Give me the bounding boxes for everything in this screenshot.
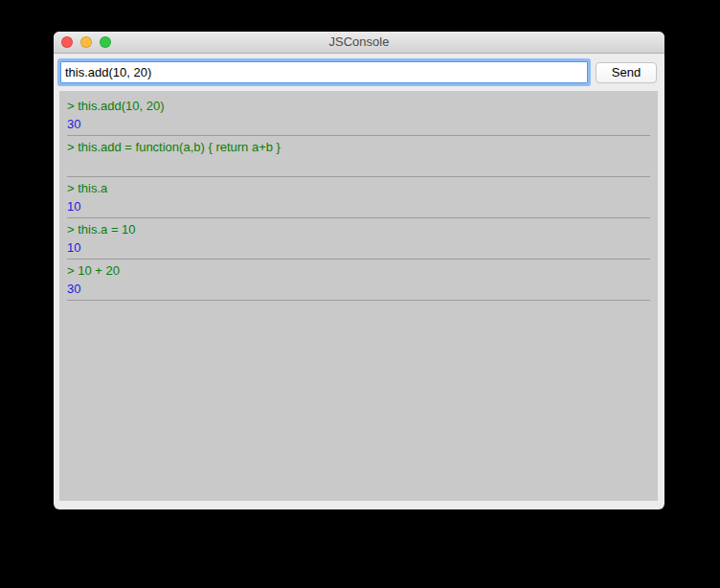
console-entry: > this.add = function(a,b) { return a+b … (67, 136, 650, 177)
console-command: > this.add(10, 20) (67, 97, 650, 115)
console-entry: > this.a 10 (67, 177, 650, 218)
console-entry: > 10 + 20 30 (67, 260, 650, 301)
titlebar[interactable]: JSConsole (54, 32, 664, 54)
send-button[interactable]: Send (596, 62, 657, 83)
app-window: JSConsole Send > this.add(10, 20) 30 > t… (54, 32, 664, 509)
zoom-button[interactable] (100, 36, 111, 48)
console-command: > this.a = 10 (67, 220, 650, 238)
console-command: > this.a (67, 179, 650, 197)
console-entry: > this.a = 10 10 (67, 218, 650, 260)
console-entry: > this.add(10, 20) 30 (67, 95, 650, 136)
console-output: > this.add(10, 20) 30 > this.add = funct… (59, 91, 658, 501)
minimize-button[interactable] (80, 36, 92, 48)
console-result (67, 156, 650, 174)
page-background: { "theme": { "command_color": "#0a7e0a",… (0, 0, 720, 588)
traffic-lights (61, 32, 111, 53)
console-result: 30 (67, 115, 650, 133)
window-title: JSConsole (329, 32, 390, 53)
console-result: 30 (67, 280, 650, 298)
console-command: > this.add = function(a,b) { return a+b … (67, 138, 650, 156)
input-row: Send (54, 54, 664, 91)
console-result: 10 (67, 238, 650, 257)
command-input[interactable] (60, 61, 588, 83)
console-result: 10 (67, 197, 650, 215)
console-command: > 10 + 20 (67, 261, 650, 280)
close-button[interactable] (61, 36, 73, 48)
